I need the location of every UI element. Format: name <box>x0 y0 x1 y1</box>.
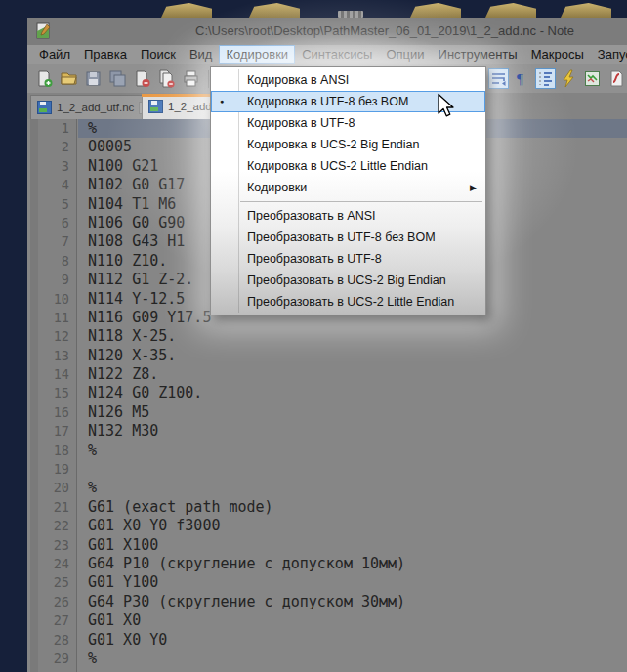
line-number: 6 <box>38 214 76 232</box>
line-number: 11 <box>38 309 76 327</box>
line-number: 26 <box>38 593 76 611</box>
line-number: 21 <box>38 498 76 517</box>
line-number: 14 <box>38 365 76 384</box>
save-all-icon[interactable] <box>107 68 128 89</box>
menu-item-label: Кодировка в UCS-2 Big Endian <box>247 138 420 151</box>
line-number: 25 <box>38 573 76 592</box>
menubar-item-запуск[interactable]: Запуск <box>591 45 627 64</box>
menu-item-кодировка-в-utf-8-без-bom[interactable]: ●Кодировка в UTF-8 без BOM <box>211 91 485 112</box>
menu-item-label: Кодировка в UTF-8 <box>247 116 355 130</box>
line-number: 4 <box>38 176 76 194</box>
line-number: 5 <box>38 195 76 214</box>
saved-file-icon <box>148 100 163 113</box>
line-number: 15 <box>38 384 76 402</box>
line-number: 1 <box>38 119 76 138</box>
macro-record-icon[interactable] <box>606 68 626 89</box>
line-number: 20 <box>38 479 76 497</box>
desktop-folder-icon[interactable] <box>410 3 461 18</box>
menu-item-преобразовать-в-utf-8-без-bom[interactable]: Преобразовать в UTF-8 без BOM <box>211 227 485 248</box>
close-icon[interactable] <box>132 68 152 89</box>
new-file-icon[interactable] <box>34 68 55 89</box>
menu-item-label: Преобразовать в UTF-8 <box>247 252 382 266</box>
menubar-item-инструменты[interactable]: Инструменты <box>432 45 524 64</box>
line-number: 29 <box>38 650 76 668</box>
screen: { "colors": { "desktop_bg": "#16203a", "… <box>0 0 627 672</box>
desktop-folder-icon[interactable] <box>249 3 300 18</box>
menu-item-label: Кодировка в UCS-2 Little Endian <box>247 159 428 173</box>
encoding-dropdown-menu: Кодировка в ANSI●Кодировка в UTF-8 без B… <box>210 66 486 315</box>
code-line: G01 X0 <box>78 611 627 630</box>
code-line: G01 X0 Y0 <box>78 631 627 650</box>
desktop-folder-icon[interactable] <box>485 3 536 18</box>
menubar-item-макросы[interactable]: Макросы <box>524 45 591 64</box>
line-number: 16 <box>38 403 76 422</box>
word-wrap-icon[interactable] <box>488 68 509 89</box>
desktop-folder-icon[interactable] <box>161 3 212 18</box>
line-number: 10 <box>38 290 76 309</box>
code-line: N132 M30 <box>78 422 627 441</box>
code-line: G61 (exact path mode) <box>78 498 627 517</box>
line-number: 27 <box>38 611 76 630</box>
menubar-item-поиск[interactable]: Поиск <box>134 45 183 64</box>
menu-item-label: Кодировки <box>247 181 307 194</box>
line-number: 3 <box>38 157 76 176</box>
menu-item-кодировки[interactable]: Кодировки▶ <box>211 177 485 198</box>
document-map-icon[interactable] <box>582 68 603 89</box>
code-line: G64 P30 (скругление с допуском 30мм) <box>78 593 627 611</box>
menu-item-label: Преобразовать в UCS-2 Little Endian <box>247 295 454 309</box>
menu-item-кодировка-в-ucs-2-little-endian[interactable]: Кодировка в UCS-2 Little Endian <box>211 155 485 177</box>
menubar-item-кодировки[interactable]: Кодировки <box>219 45 295 64</box>
menubar-item-опции[interactable]: Опции <box>379 45 431 64</box>
desktop-folder-icon[interactable] <box>561 3 611 18</box>
line-number: 23 <box>38 536 76 555</box>
menu-item-кодировка-в-ucs-2-big-endian[interactable]: Кодировка в UCS-2 Big Endian <box>211 134 485 155</box>
line-number: 18 <box>38 441 76 460</box>
menu-item-преобразовать-в-ucs-2-little-endian[interactable]: Преобразовать в UCS-2 Little Endian <box>211 291 485 313</box>
line-number: 9 <box>38 271 76 289</box>
code-line: N120 X-35. <box>78 347 627 365</box>
line-number: 13 <box>38 347 76 365</box>
code-line: N122 Z8. <box>78 365 627 384</box>
svg-text:¶: ¶ <box>517 71 523 87</box>
close-all-icon[interactable] <box>156 68 177 89</box>
notepad-plus-plus-icon <box>35 22 52 39</box>
title-bar[interactable]: C:\Users\root\Desktop\PathMaster_06_01_2… <box>27 18 627 45</box>
open-folder-icon[interactable] <box>59 68 79 89</box>
code-line <box>78 460 627 479</box>
save-icon[interactable] <box>83 68 104 89</box>
menu-item-кодировка-в-utf-8[interactable]: Кодировка в UTF-8 <box>211 112 485 134</box>
show-all-characters-icon[interactable]: ¶ <box>512 68 532 89</box>
submenu-arrow-icon: ▶ <box>470 177 477 198</box>
menu-item-label: Кодировка в ANSI <box>247 73 349 87</box>
code-line: N126 M5 <box>78 403 627 422</box>
tab-1_2_add_utf.nc[interactable]: 1_2_add_utf.nc✕ <box>30 95 158 119</box>
code-line: N118 X-25. <box>78 327 627 346</box>
tab-label: 1_2_add_utf.nc <box>57 102 134 113</box>
menubar-item-синтаксисы[interactable]: Синтаксисы <box>295 45 379 64</box>
line-number: 28 <box>38 631 76 650</box>
menubar-item-правка[interactable]: Правка <box>77 45 134 64</box>
menu-item-преобразовать-в-ansi[interactable]: Преобразовать в ANSI <box>211 205 485 227</box>
bookmark-margin <box>30 119 38 672</box>
code-line: % <box>78 650 627 668</box>
menu-item-label: Преобразовать в UTF-8 без BOM <box>247 231 436 244</box>
menu-item-преобразовать-в-utf-8[interactable]: Преобразовать в UTF-8 <box>211 248 485 270</box>
menu-item-преобразовать-в-ucs-2-big-endian[interactable]: Преобразовать в UCS-2 Big Endian <box>211 270 485 291</box>
line-number: 12 <box>38 327 76 346</box>
print-icon[interactable] <box>181 68 201 89</box>
menubar-item-файл[interactable]: Файл <box>32 45 77 64</box>
code-line: G64 P10 (скругление с допуском 10мм) <box>78 555 627 573</box>
menu-item-кодировка-в-ansi[interactable]: Кодировка в ANSI <box>211 69 485 91</box>
menu-bar: ФайлПравкаПоискВидКодировкиСинтаксисыОпц… <box>27 45 627 64</box>
menu-item-label: Преобразовать в ANSI <box>247 209 375 223</box>
window-title: C:\Users\root\Desktop\PathMaster_06_01_2… <box>195 18 574 45</box>
code-line: % <box>78 441 627 460</box>
indent-guide-icon[interactable] <box>535 68 556 89</box>
menu-item-label: Кодировка в UTF-8 без BOM <box>247 95 408 108</box>
selected-bullet-icon: ● <box>220 91 224 112</box>
menu-separator <box>211 198 485 205</box>
function-completion-icon[interactable] <box>559 68 579 89</box>
menu-item-label: Преобразовать в UCS-2 Big Endian <box>247 273 446 287</box>
desktop-icon-partial[interactable] <box>338 11 363 18</box>
menubar-item-вид[interactable]: Вид <box>183 45 220 64</box>
